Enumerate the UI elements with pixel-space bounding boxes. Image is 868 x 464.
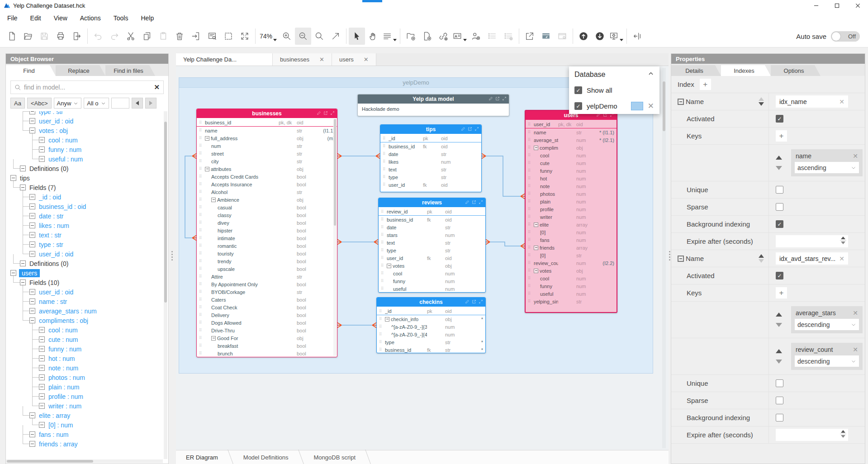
- drag-handle-icon[interactable]: ⠿: [381, 210, 387, 214]
- drag-handle-icon[interactable]: ⠿: [528, 138, 534, 142]
- drag-handle-icon[interactable]: ⠿: [528, 184, 534, 188]
- drag-handle-icon[interactable]: ⠿: [383, 167, 389, 171]
- document-tab-businesses[interactable]: businesses✕: [273, 53, 332, 66]
- drag-handle-icon[interactable]: ⠿: [528, 230, 534, 234]
- drag-handle-icon[interactable]: ⠿: [199, 244, 205, 248]
- model-note[interactable]: Yelp data model Hackolade demo: [357, 94, 509, 116]
- tree-item[interactable]: _id : oid: [9, 192, 168, 202]
- close-tab-icon[interactable]: ✕: [364, 56, 369, 63]
- collapse-expander-icon[interactable]: [29, 232, 35, 238]
- tree-item[interactable]: type : str: [9, 111, 168, 116]
- remove-key-icon[interactable]: ✕: [853, 346, 858, 353]
- collapse-expander-icon[interactable]: [39, 374, 45, 380]
- drag-handle-icon[interactable]: ⠿: [528, 192, 534, 196]
- search-button[interactable]: [311, 28, 327, 45]
- collapse-expander-icon[interactable]: [39, 346, 45, 352]
- move-up-icon[interactable]: [776, 312, 782, 317]
- drag-handle-icon[interactable]: ⠿: [199, 282, 205, 286]
- collapse-group-icon[interactable]: [385, 317, 389, 322]
- view-tab-mongodb-script[interactable]: MongoDB script: [304, 450, 371, 464]
- drag-handle-icon[interactable]: ⠿: [199, 259, 205, 263]
- drag-handle-icon[interactable]: ⠿: [379, 348, 385, 352]
- field-row[interactable]: ⠿attributesobj: [197, 165, 337, 173]
- field-row[interactable]: ⠿textstr: [379, 239, 485, 246]
- open-external-button[interactable]: [522, 28, 538, 45]
- tree-item[interactable]: name : str: [9, 297, 168, 306]
- field-row[interactable]: ⠿review_countnum(I2.2): [526, 259, 617, 267]
- open-browser-button[interactable]: [538, 28, 554, 45]
- field-row[interactable]: ⠿yelping_sincestr: [526, 298, 617, 305]
- move-up-icon[interactable]: [776, 349, 782, 353]
- field-row[interactable]: ⠿typestr: [379, 246, 485, 254]
- collapse-group-icon[interactable]: [211, 336, 216, 341]
- field-row[interactable]: ⠿plainnum: [526, 198, 617, 205]
- drag-handle-icon[interactable]: ⠿: [199, 167, 205, 171]
- field-row[interactable]: ⠿hotnum: [526, 175, 617, 182]
- autosave-toggle[interactable]: Off: [831, 31, 860, 42]
- field-row[interactable]: ⠿casualbool: [197, 204, 337, 211]
- fit-diagonal-button[interactable]: [327, 28, 344, 45]
- field-row[interactable]: ⠿usefulnum: [526, 290, 617, 298]
- field-row[interactable]: ⠿textstr: [380, 166, 481, 173]
- field-row[interactable]: ⠿Catersbool: [197, 296, 337, 303]
- move-up-icon[interactable]: [759, 254, 764, 258]
- prev-result-button[interactable]: [132, 98, 143, 109]
- collapse-expander-icon[interactable]: [39, 137, 45, 143]
- open-folder-button[interactable]: [20, 28, 36, 45]
- collapse-expander-icon[interactable]: [20, 166, 26, 171]
- field-row[interactable]: ⠿coolnum: [379, 270, 485, 277]
- drag-handle-icon[interactable]: ⠿: [199, 328, 205, 332]
- drag-handle-icon[interactable]: ⠿: [199, 275, 205, 279]
- tree-item[interactable]: fans : num: [9, 430, 168, 439]
- drag-handle-icon[interactable]: ⠿: [381, 248, 387, 252]
- drag-handle-icon[interactable]: ⠿: [528, 299, 534, 303]
- collapse-group-icon[interactable]: [534, 223, 538, 227]
- field-row[interactable]: ⠿citystr: [197, 157, 337, 165]
- field-row[interactable]: ⠿classybool: [197, 211, 337, 219]
- drag-handle-icon[interactable]: ⠿: [199, 298, 205, 302]
- field-row[interactable]: ⠿likesnum: [380, 158, 481, 166]
- menu-actions[interactable]: Actions: [80, 14, 101, 22]
- field-row[interactable]: ⠿numstr: [197, 142, 337, 150]
- new-file-button[interactable]: [4, 28, 20, 45]
- drag-handle-icon[interactable]: ⠿: [199, 152, 205, 156]
- drag-handle-icon[interactable]: ⠿: [528, 253, 534, 257]
- add-relationship-button[interactable]: [435, 28, 451, 45]
- field-row[interactable]: ⠿Dogs Allowedbool: [197, 319, 337, 327]
- drag-handle-icon[interactable]: ⠿: [528, 284, 534, 288]
- sparse-checkbox[interactable]: [776, 203, 783, 211]
- tree-item[interactable]: average_stars : num: [9, 306, 168, 316]
- collapse-expander-icon[interactable]: [20, 279, 26, 285]
- collapse-group-icon[interactable]: [534, 146, 538, 150]
- field-row[interactable]: ⠿trendybool: [197, 257, 337, 265]
- drag-handle-icon[interactable]: ⠿: [528, 123, 534, 127]
- field-row[interactable]: ⠿Accepts Credit Cardsbool: [197, 173, 337, 180]
- field-row[interactable]: ⠿photosnum: [526, 190, 617, 198]
- drag-handle-icon[interactable]: ⠿: [199, 121, 205, 125]
- add-key-button[interactable]: +: [776, 130, 787, 142]
- drag-handle-icon[interactable]: ⠿: [528, 161, 534, 165]
- unique-checkbox[interactable]: [776, 186, 783, 194]
- expand-icon[interactable]: [330, 110, 335, 117]
- tree-item[interactable]: friends : array: [9, 439, 168, 449]
- field-row[interactable]: ⠿user_idfkoid: [379, 254, 485, 262]
- objects-select[interactable]: All o: [84, 98, 109, 109]
- field-row[interactable]: ⠿funnynum: [526, 282, 617, 290]
- tab-details[interactable]: Details: [671, 65, 721, 76]
- drag-handle-icon[interactable]: ⠿: [383, 183, 389, 187]
- entity-checkins[interactable]: checkins⠿_idpkoid⠿checkin_infoobj*⠿^[a-z…: [376, 297, 486, 353]
- menu-file[interactable]: File: [7, 14, 18, 22]
- copy-button[interactable]: [139, 28, 155, 45]
- drag-handle-icon[interactable]: ⠿: [381, 279, 387, 283]
- tree-item[interactable]: writer : num: [9, 401, 168, 411]
- field-row[interactable]: ⠿business_idfkoid: [380, 142, 481, 150]
- drag-handle-icon[interactable]: ⠿: [381, 271, 387, 275]
- collapse-expander-icon[interactable]: [20, 260, 26, 266]
- drag-handle-icon[interactable]: ⠿: [199, 144, 205, 148]
- drag-handle-icon[interactable]: ⠿: [383, 160, 389, 164]
- tab-find-in-files[interactable]: Find in files: [105, 65, 155, 76]
- menu-tools[interactable]: Tools: [114, 14, 128, 22]
- key-order-select[interactable]: descending: [795, 319, 859, 330]
- move-up-icon[interactable]: [776, 156, 782, 160]
- view-tab-model-definitions[interactable]: Model Definitions: [233, 450, 304, 464]
